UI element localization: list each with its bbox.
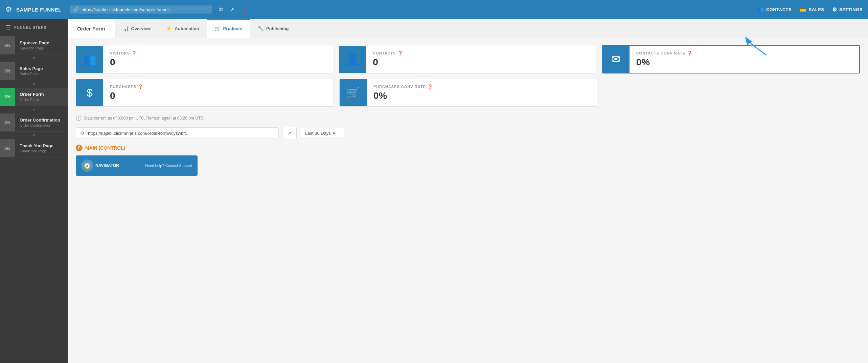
stats-section: 👥 VISITORS ❓ 0 👤 xyxy=(68,38,868,112)
order-form-content: Order Form Order Form xyxy=(15,88,68,106)
order-confirm-percent: 0% xyxy=(0,113,15,131)
url-input[interactable] xyxy=(82,7,208,12)
squeeze-page-name: Squeeze Page xyxy=(20,40,63,45)
conv-rate-info: CONTACTS CONV RATE ❓ 0% xyxy=(630,47,699,72)
content-area: Order Form 📊 Overview ⚡ Automation 🛒 Pro… xyxy=(68,19,868,363)
url-actions: ⧉ ↗ ❓ xyxy=(217,6,250,14)
stats-note-text: Stats current as of 03:00 pm UTC. Refres… xyxy=(84,116,204,121)
url-gear-icon[interactable]: ⚙ xyxy=(80,130,85,136)
main-layout: ☰ FUNNEL STEPS 0% Squeeze Page Squeeze P… xyxy=(0,19,868,363)
visitors-info: VISITORS ❓ 0 xyxy=(103,47,144,72)
sales-page-content: Sales Page Sales Page xyxy=(15,62,68,80)
date-select-label: Last 30 Days xyxy=(305,131,331,136)
purchases-value: 0 xyxy=(110,90,143,101)
sales-page-sub: Sales Page xyxy=(20,72,63,76)
sidebar-header: ☰ FUNNEL STEPS xyxy=(0,19,68,36)
purchases-label: PURCHASES ❓ xyxy=(110,84,143,89)
conv-rate-label: CONTACTS CONV RATE ❓ xyxy=(636,51,692,56)
contacts-icon: 👥 xyxy=(757,6,764,13)
purchases-help-icon[interactable]: ❓ xyxy=(138,84,143,89)
date-select-chevron: ▾ xyxy=(333,131,335,136)
stats-row-2: $ PURCHASES ❓ 0 🛒 xyxy=(76,79,860,107)
main-control: C MAIN (CONTROL) 🧭 NAVIGATOR Need help? … xyxy=(68,145,868,181)
url-row: ⚙ ↗ Last 30 Days ▾ xyxy=(68,124,868,145)
stat-purchases-conv-rate: 🛒 PURCHASES CONV RATE ❓ 0% xyxy=(339,79,597,107)
contacts-icon-box: 👤 xyxy=(339,46,366,73)
funnel-url-input[interactable] xyxy=(88,131,274,136)
contacts-label: CONTACTS ❓ xyxy=(373,51,403,56)
automation-icon: ⚡ xyxy=(166,25,172,31)
open-funnel-url-button[interactable]: ↗ xyxy=(282,127,297,139)
tab-automation[interactable]: ⚡ Automation xyxy=(158,19,207,38)
tab-bar-wrap: Order Form 📊 Overview ⚡ Automation 🛒 Pro… xyxy=(68,19,868,38)
logo-icon: 🧭 xyxy=(81,159,93,172)
date-select[interactable]: Last 30 Days ▾ xyxy=(300,128,344,139)
order-confirm-name: Order Confirmation xyxy=(20,118,63,123)
overview-icon: 📊 xyxy=(122,25,129,31)
nav-sales[interactable]: 💳 SALES xyxy=(800,6,824,13)
tab-page-title: Order Form xyxy=(68,19,115,38)
sales-page-percent: 0% xyxy=(0,62,15,80)
help-url-button[interactable]: ❓ xyxy=(239,6,250,14)
tab-overview[interactable]: 📊 Overview xyxy=(115,19,159,38)
purchases-conv-value: 0% xyxy=(373,90,433,101)
url-bar: 🔗 xyxy=(70,5,212,14)
purchases-conv-help-icon[interactable]: ❓ xyxy=(428,84,433,89)
contacts-value: 0 xyxy=(373,57,403,68)
preview-logo-text: NAVIGATOR xyxy=(95,163,119,168)
sidebar-item-order-confirmation[interactable]: 0% Order Confirmation Order Confirmation xyxy=(0,113,68,132)
tab-products[interactable]: 🛒 Products xyxy=(207,19,250,38)
stat-contacts: 👤 CONTACTS ❓ 0 xyxy=(339,45,596,73)
squeeze-page-sub: Squeeze Page xyxy=(20,46,63,50)
hamburger-icon[interactable]: ☰ xyxy=(5,24,11,31)
url-row-input-wrap: ⚙ xyxy=(76,127,279,139)
stat-visitors: 👥 VISITORS ❓ 0 xyxy=(76,45,333,73)
purchases-info: PURCHASES ❓ 0 xyxy=(103,80,150,105)
tab-publishing[interactable]: 🔧 Publishing xyxy=(250,19,296,38)
visitors-help-icon[interactable]: ❓ xyxy=(132,51,137,56)
stat-contacts-conv-rate: ✉ CONTACTS CONV RATE ❓ 0% xyxy=(602,45,860,73)
contacts-help-icon[interactable]: ❓ xyxy=(398,51,403,56)
app-gear-icon[interactable]: ⚙ xyxy=(5,5,12,14)
clock-icon: 🕐 xyxy=(76,115,82,121)
conv-rate-help-icon[interactable]: ❓ xyxy=(687,51,692,56)
order-confirm-sub: Order Confirmation xyxy=(20,123,63,127)
settings-label: SETTINGS xyxy=(839,7,863,12)
conv-rate-icon: ✉ xyxy=(611,53,620,66)
purchases-icon: $ xyxy=(87,87,93,99)
visitors-icon-box: 👥 xyxy=(76,46,103,73)
arrow-sales-order: ▼ xyxy=(0,80,68,88)
conv-rate-value: 0% xyxy=(636,57,692,68)
contacts-info: CONTACTS ❓ 0 xyxy=(366,47,410,72)
sidebar-item-order-form[interactable]: 0% Order Form Order Form xyxy=(0,88,68,106)
stats-row-1: 👥 VISITORS ❓ 0 👤 xyxy=(76,45,860,73)
thank-you-content: Thank You Page Thank You Page xyxy=(15,139,68,157)
stat-purchases: $ PURCHASES ❓ 0 xyxy=(76,79,334,107)
top-nav: ⚙ SAMPLE FUNNEL 🔗 ⧉ ↗ ❓ 👥 CONTACTS 💳 SAL… xyxy=(0,0,868,19)
thank-you-percent: 0% xyxy=(0,139,15,157)
open-url-button[interactable]: ↗ xyxy=(228,6,236,14)
arrow-confirm-thankyou: ▼ xyxy=(0,132,68,139)
tab-bar: Order Form 📊 Overview ⚡ Automation 🛒 Pro… xyxy=(68,19,868,38)
sidebar: ☰ FUNNEL STEPS 0% Squeeze Page Squeeze P… xyxy=(0,19,68,363)
contacts-stat-icon: 👤 xyxy=(346,53,359,66)
sidebar-item-thank-you-page[interactable]: 0% Thank You Page Thank You Page xyxy=(0,139,68,157)
sales-page-name: Sales Page xyxy=(20,66,63,71)
arrow-squeeze-sales: ▼ xyxy=(0,55,68,62)
sidebar-item-sales-page[interactable]: 0% Sales Page Sales Page xyxy=(0,62,68,80)
sidebar-item-squeeze-page[interactable]: 0% Squeeze Page Squeeze Page xyxy=(0,36,68,55)
publishing-label: Publishing xyxy=(266,26,289,31)
nav-contacts[interactable]: 👥 CONTACTS xyxy=(757,6,792,13)
thank-you-sub: Thank You Page xyxy=(20,149,63,153)
visitors-label: VISITORS ❓ xyxy=(110,51,137,56)
preview-logo: 🧭 NAVIGATOR xyxy=(81,159,119,172)
nav-settings[interactable]: ⚙ SETTINGS xyxy=(832,6,863,13)
arrow-order-confirm: ▼ xyxy=(0,106,68,113)
copy-url-button[interactable]: ⧉ xyxy=(217,6,225,14)
main-control-label: C MAIN (CONTROL) xyxy=(76,145,860,151)
squeeze-page-percent: 0% xyxy=(0,36,15,54)
visitors-value: 0 xyxy=(110,57,137,68)
order-form-sub: Order Form xyxy=(20,98,63,102)
purchases-conv-info: PURCHASES CONV RATE ❓ 0% xyxy=(367,80,440,105)
sales-label: SALES xyxy=(809,7,824,12)
